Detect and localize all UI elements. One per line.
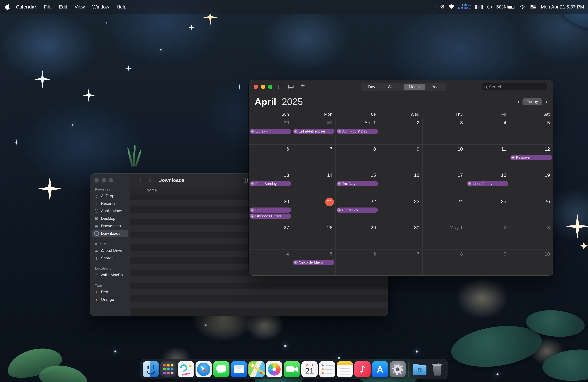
- sidebar-item-airdrop[interactable]: AirDrop: [92, 192, 128, 199]
- zoom-button[interactable]: [268, 85, 273, 89]
- event-pill[interactable]: ★Good Friday: [467, 181, 508, 186]
- sidebar-item-red[interactable]: Red: [92, 288, 128, 296]
- dock-downloads-folder-icon[interactable]: [411, 361, 428, 377]
- event-pill[interactable]: ★Passover: [510, 155, 552, 160]
- sidebar-item-applications[interactable]: Applications: [92, 207, 128, 214]
- event-pill[interactable]: ★Tax Day: [337, 181, 378, 186]
- menu-edit[interactable]: Edit: [59, 4, 67, 10]
- day-cell[interactable]: 30★Eid al-Fitr: [249, 118, 292, 145]
- event-pill[interactable]: ★Cinco de Mayo: [293, 260, 335, 265]
- dock-appstore-icon[interactable]: [372, 361, 388, 377]
- day-cell[interactable]: 5: [509, 118, 553, 145]
- day-cell[interactable]: 28: [292, 223, 336, 250]
- brightness-icon[interactable]: [440, 4, 445, 10]
- day-cell[interactable]: 2: [466, 223, 509, 250]
- day-cell[interactable]: 10: [422, 145, 466, 171]
- day-cell[interactable]: 4: [466, 118, 509, 145]
- minimize-button[interactable]: [261, 85, 265, 89]
- dock-photos-icon[interactable]: [266, 361, 282, 377]
- previous-month-button[interactable]: ‹: [517, 99, 520, 105]
- day-cell[interactable]: 25: [466, 197, 509, 223]
- day-cell[interactable]: 7: [292, 145, 336, 171]
- back-button[interactable]: ‹: [140, 177, 142, 184]
- day-cell[interactable]: 27: [249, 223, 292, 250]
- sidebar-item-recents[interactable]: Recents: [92, 200, 128, 207]
- zoom-button[interactable]: [109, 178, 113, 183]
- menu-bar-clock[interactable]: Mon Apr 21 5:37 PM: [541, 4, 584, 10]
- day-cell[interactable]: 6: [336, 250, 379, 276]
- dock-freeform-icon[interactable]: [178, 361, 194, 377]
- close-button[interactable]: [94, 178, 99, 183]
- event-pill[interactable]: ★Eid al-Fitr: [250, 129, 291, 134]
- view-options-icon[interactable]: [243, 178, 248, 183]
- next-month-button[interactable]: ›: [545, 99, 547, 105]
- dock[interactable]: APR21: [140, 359, 448, 379]
- day-cell[interactable]: 21: [292, 197, 336, 223]
- event-pill[interactable]: ★Eid al-Fitr (obser…: [293, 129, 335, 134]
- menu-help[interactable]: Help: [117, 4, 126, 10]
- view-tab-week[interactable]: Week: [382, 84, 403, 90]
- dock-finder-icon[interactable]: [143, 361, 159, 377]
- search-field[interactable]: Search: [482, 83, 547, 91]
- sidebar-item-shared[interactable]: Shared: [92, 255, 128, 262]
- dock-maps-icon[interactable]: [249, 361, 265, 377]
- dock-messages-icon[interactable]: [213, 361, 230, 377]
- dock-safari-icon[interactable]: [195, 361, 212, 377]
- day-cell[interactable]: 26: [509, 197, 553, 223]
- day-cell[interactable]: 12★Passover: [509, 145, 553, 171]
- day-cell[interactable]: 9: [379, 145, 422, 171]
- day-cell[interactable]: 6: [249, 145, 292, 171]
- apple-menu-icon[interactable]: [5, 4, 10, 10]
- control-center-icon[interactable]: [530, 5, 536, 9]
- dock-settings-icon[interactable]: [390, 361, 406, 377]
- view-tab-year[interactable]: Year: [425, 84, 446, 90]
- forward-button[interactable]: ›: [149, 177, 151, 184]
- day-cell[interactable]: 3: [509, 223, 553, 250]
- event-pill[interactable]: ★Easter: [250, 208, 291, 212]
- dock-music-icon[interactable]: [354, 361, 371, 377]
- column-header-name[interactable]: Name: [146, 188, 157, 192]
- day-cell[interactable]: 14: [292, 171, 336, 197]
- dock-trash-icon[interactable]: [429, 361, 445, 377]
- day-cell[interactable]: 13★Palm Sunday: [249, 171, 292, 197]
- dock-launchpad-icon[interactable]: [160, 361, 177, 377]
- day-cell[interactable]: 5★Cinco de Mayo: [292, 250, 336, 276]
- day-cell[interactable]: 11: [466, 145, 509, 171]
- day-cell[interactable]: 31★Eid al-Fitr (obser…: [292, 118, 336, 145]
- sidebar-item-downloads[interactable]: Downloads: [92, 230, 128, 237]
- day-cell[interactable]: 23: [379, 197, 422, 223]
- shield-icon[interactable]: [449, 4, 454, 9]
- day-cell[interactable]: 29: [336, 223, 379, 250]
- finder-traffic-lights[interactable]: [90, 173, 130, 183]
- day-cell[interactable]: 8: [422, 250, 466, 276]
- day-cell[interactable]: 18★Good Friday: [466, 171, 509, 197]
- day-cell[interactable]: 30: [379, 223, 422, 250]
- event-pill[interactable]: ★Orthodox Easter: [250, 213, 291, 219]
- day-cell[interactable]: 3: [422, 118, 466, 145]
- day-cell[interactable]: 2: [379, 118, 422, 145]
- add-event-button[interactable]: +: [301, 82, 305, 89]
- active-app-name[interactable]: Calendar: [16, 4, 36, 10]
- wifi-icon[interactable]: [519, 5, 525, 9]
- day-cell[interactable]: 19: [509, 171, 553, 197]
- day-cell[interactable]: 20★Easter★Orthodox Easter: [249, 197, 292, 223]
- dock-calendar-icon[interactable]: APR21: [301, 361, 318, 377]
- close-button[interactable]: [254, 85, 258, 89]
- network-speed[interactable]: 0 KB/s 0.02 KB/s: [458, 4, 471, 10]
- dock-reminders-icon[interactable]: [319, 361, 335, 377]
- sidebar-item-orange[interactable]: Orange: [92, 296, 128, 303]
- day-cell[interactable]: 24: [422, 197, 466, 223]
- day-cell[interactable]: 10: [509, 250, 553, 276]
- calendar-traffic-lights[interactable]: [254, 85, 273, 89]
- event-pill[interactable]: ★Earth Day: [337, 208, 378, 212]
- day-cell[interactable]: 22★Earth Day: [336, 197, 379, 223]
- calendar-toolbar[interactable]: + DayWeekMonthYear Search: [249, 80, 553, 93]
- menu-file[interactable]: File: [44, 4, 51, 10]
- sidebar-item-icloud-drive[interactable]: iCloud Drive: [92, 247, 128, 254]
- sidebar-item-desktop[interactable]: Desktop: [92, 215, 128, 222]
- day-cell[interactable]: 4: [249, 250, 292, 276]
- dock-facetime-icon[interactable]: [284, 361, 300, 377]
- event-pill[interactable]: ★April Fools' Day: [337, 129, 378, 134]
- day-cell[interactable]: 16: [379, 171, 422, 197]
- menu-view[interactable]: View: [75, 4, 85, 10]
